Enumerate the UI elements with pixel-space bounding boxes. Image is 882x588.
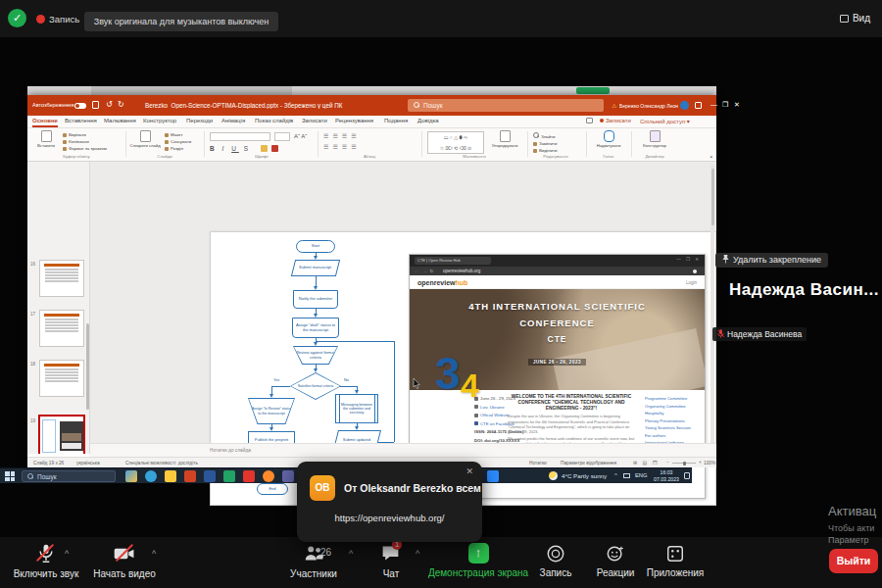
undo-icon[interactable]: ↺ [106, 100, 113, 109]
tab-home[interactable]: Основне [32, 118, 58, 127]
record-presentation-button[interactable]: Записати [600, 118, 631, 123]
taskbar-search-box[interactable]: Пошук [22, 470, 116, 482]
font-size-select[interactable] [274, 132, 290, 141]
mute-button[interactable]: Включить звук [4, 543, 88, 579]
format-painter-button[interactable]: Формат за зразком [63, 146, 107, 151]
tab-review[interactable]: Рецензування [335, 118, 373, 123]
zoom-slider[interactable] [672, 463, 696, 464]
tab-slideshow[interactable]: Показ слайдів [255, 118, 293, 123]
security-shield-icon[interactable]: ✓ [8, 9, 26, 27]
taskbar-app-word[interactable] [204, 470, 216, 482]
collapse-ribbon-icon[interactable]: ▴ [710, 153, 712, 159]
thumbnail-scrollbar[interactable] [86, 323, 89, 410]
share-document-button[interactable]: Спільний доступ ▾ [640, 118, 690, 124]
start-video-button[interactable]: Начать видео [90, 543, 159, 579]
chat-popup-message-link[interactable]: https://openreviewhub.org/ [297, 513, 482, 523]
tab-draw[interactable]: Малювання [104, 118, 136, 123]
site-nav-link[interactable]: Programme Committee [645, 396, 702, 401]
taskbar-weather[interactable]: 4°C Partly sunny [562, 472, 607, 479]
ppt-search-box[interactable]: Пошук [408, 99, 604, 112]
zoom-percent[interactable]: 100% [704, 461, 715, 466]
autosave-toggle[interactable] [74, 103, 86, 109]
grow-shrink-font-icons[interactable]: Aˇ Aˆ [294, 133, 307, 139]
taskbar-app-edge[interactable] [145, 470, 157, 482]
tab-design[interactable]: Конструктор [143, 118, 176, 123]
slide-thumbnail-16[interactable] [39, 260, 84, 297]
font-name-select[interactable] [210, 132, 270, 141]
notes-pane[interactable]: Нотатки до слайда [90, 443, 716, 457]
slide-scrollbar[interactable] [710, 165, 714, 451]
original-sound-banner[interactable]: Звук оригинала для музыкантов выключен [84, 12, 278, 31]
redo-icon[interactable]: ↻ [118, 100, 124, 109]
chat-notification-popup[interactable]: ✕ OB От Oleksandr Berezko всем https://o… [297, 462, 482, 542]
tab-transitions[interactable]: Переходи [186, 118, 213, 123]
tray-display-icon[interactable] [623, 473, 630, 478]
layout-button[interactable]: Макет [165, 132, 191, 137]
status-language[interactable]: українська [76, 461, 100, 466]
site-nav-link[interactable]: Young Scientists Session [645, 425, 702, 430]
window-minimize-button[interactable]: — [710, 101, 717, 108]
share-screen-button[interactable]: ↑ Демонстрация экрана [425, 543, 531, 578]
record-button[interactable]: Запись [533, 543, 578, 578]
taskbar-app-zoom[interactable] [487, 470, 499, 482]
tab-view[interactable]: Подання [384, 118, 408, 123]
taskbar-app-excel[interactable] [223, 470, 235, 482]
font-color-button[interactable] [271, 145, 278, 152]
arrange-button[interactable]: Упорядкувати [488, 130, 521, 148]
status-display-settings[interactable]: Параметри відображення [561, 461, 616, 466]
browser-nav-icons[interactable]: ← → ↻ [415, 269, 434, 273]
view-mode-buttons[interactable]: ⊞ ▤ 🗖 [633, 460, 660, 466]
start-button[interactable] [5, 471, 15, 481]
view-button[interactable]: Вид [840, 13, 870, 24]
list-buttons[interactable]: ☰☰☰☰ [323, 132, 361, 139]
comments-icon[interactable] [586, 118, 593, 123]
highlight-color-button[interactable] [261, 145, 268, 152]
tab-record[interactable]: Записати [302, 118, 327, 123]
mute-options-chevron[interactable]: ^ [65, 549, 69, 559]
site-nav-link[interactable]: Plenary Presentations [645, 418, 702, 423]
taskbar-app-explorer[interactable] [165, 470, 176, 482]
cut-button[interactable]: Вирізати [63, 132, 107, 137]
align-buttons[interactable]: ☰☰☰☰ [323, 143, 361, 150]
new-slide-button[interactable]: Створити слайд [129, 130, 161, 148]
tray-clock[interactable]: 16:0307.03.2023 [651, 469, 682, 482]
slide-thumbnail-17[interactable] [39, 310, 84, 347]
tray-expand-chevron[interactable]: ^ [614, 472, 617, 478]
video-options-chevron[interactable]: ^ [152, 549, 156, 559]
save-icon[interactable] [92, 101, 99, 109]
taskbar-app-firefox[interactable] [263, 470, 274, 482]
taskbar-app-powerpoint[interactable] [184, 470, 196, 482]
tab-animations[interactable]: Анімація [221, 118, 245, 123]
site-nav-link[interactable]: Hospitality [645, 411, 702, 416]
apps-button[interactable]: Приложения [643, 543, 708, 578]
tab-insert[interactable]: Вставлення [65, 118, 97, 123]
paste-button[interactable]: Вставити [33, 130, 59, 148]
account-name[interactable]: Бережко Олександр Леонідович [619, 103, 678, 109]
taskbar-app-weather[interactable] [125, 470, 137, 482]
browser-window-controls[interactable]: — ❐ ✕ [676, 257, 701, 262]
tray-language[interactable]: ENG [635, 472, 648, 478]
browser-profile-icon[interactable] [693, 270, 697, 273]
chat-button[interactable]: 1 Чат [368, 543, 414, 579]
reset-button[interactable]: Скасувати [165, 139, 191, 144]
zoom-in-button[interactable]: + [699, 460, 702, 465]
slide-thumbnail-18[interactable] [39, 360, 84, 397]
select-button[interactable]: Виділити [533, 148, 557, 153]
participants-options-chevron[interactable]: ^ [349, 549, 353, 559]
replace-button[interactable]: Замінити [533, 141, 557, 146]
ribbon-options-icon[interactable] [695, 102, 702, 109]
browser-tab[interactable]: CTE | Open Review Hub [415, 257, 491, 265]
site-nav-link[interactable]: Organizing Committee [645, 404, 702, 409]
participants-button[interactable]: 26 Участники [278, 543, 349, 579]
chat-options-chevron[interactable]: ^ [416, 549, 419, 559]
zoom-out-button[interactable]: − [666, 460, 669, 465]
browser-url[interactable]: openreviewhub.org [443, 269, 480, 273]
leave-meeting-button[interactable]: Выйти [829, 549, 878, 573]
section-button[interactable]: Розділ [165, 146, 191, 151]
taskbar-app-adobe[interactable] [243, 470, 255, 482]
site-logo[interactable]: openreviewhub [417, 279, 467, 286]
dictate-button[interactable]: Надиктувати [592, 130, 625, 148]
site-login-link[interactable]: Login [686, 280, 697, 285]
status-notes-button[interactable]: Нотатки [529, 461, 547, 466]
slide-thumbnail-19-selected[interactable] [38, 415, 85, 454]
